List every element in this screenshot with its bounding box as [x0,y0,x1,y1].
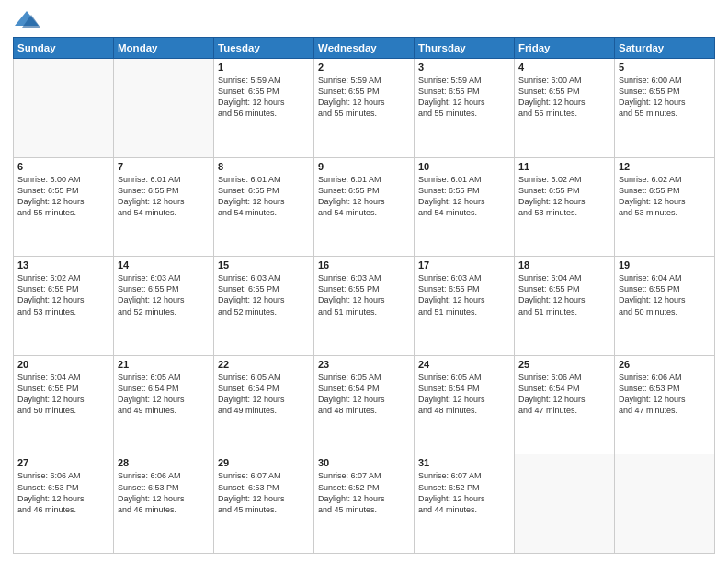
cell-detail: Sunrise: 5:59 AM Sunset: 6:55 PM Dayligh… [318,75,410,120]
calendar-cell: 20Sunrise: 6:04 AM Sunset: 6:55 PM Dayli… [14,355,114,454]
weekday-saturday: Saturday [615,38,715,59]
calendar-cell: 14Sunrise: 6:03 AM Sunset: 6:55 PM Dayli… [114,257,214,356]
cell-detail: Sunrise: 6:06 AM Sunset: 6:53 PM Dayligh… [619,372,711,417]
calendar-cell: 16Sunrise: 6:03 AM Sunset: 6:55 PM Dayli… [314,257,415,356]
calendar-cell: 10Sunrise: 6:01 AM Sunset: 6:55 PM Dayli… [415,157,515,257]
weekday-sunday: Sunday [14,38,114,59]
calendar-cell: 15Sunrise: 6:03 AM Sunset: 6:55 PM Dayli… [214,257,314,356]
cell-detail: Sunrise: 6:03 AM Sunset: 6:55 PM Dayligh… [318,272,410,317]
day-number: 14 [118,259,210,270]
calendar-cell: 26Sunrise: 6:06 AM Sunset: 6:53 PM Dayli… [615,355,715,454]
cell-detail: Sunrise: 5:59 AM Sunset: 6:55 PM Dayligh… [218,75,310,120]
day-number: 6 [17,161,109,172]
header [13,9,715,31]
day-number: 19 [619,259,711,270]
calendar-cell: 23Sunrise: 6:05 AM Sunset: 6:54 PM Dayli… [314,355,415,454]
weekday-monday: Monday [114,38,214,59]
day-number: 18 [518,259,610,270]
calendar-cell: 4Sunrise: 6:00 AM Sunset: 6:55 PM Daylig… [515,59,615,158]
day-number: 16 [318,259,410,270]
calendar-cell: 12Sunrise: 6:02 AM Sunset: 6:55 PM Dayli… [615,157,715,257]
week-row-5: 27Sunrise: 6:06 AM Sunset: 6:53 PM Dayli… [14,454,715,554]
weekday-thursday: Thursday [415,38,515,59]
day-number: 30 [318,457,410,468]
cell-detail: Sunrise: 6:01 AM Sunset: 6:55 PM Dayligh… [118,174,210,219]
calendar-cell: 1Sunrise: 5:59 AM Sunset: 6:55 PM Daylig… [214,59,314,158]
weekday-friday: Friday [515,38,615,59]
logo [13,9,44,31]
day-number: 8 [218,161,310,172]
calendar-cell: 24Sunrise: 6:05 AM Sunset: 6:54 PM Dayli… [415,355,515,454]
day-number: 24 [418,359,510,370]
cell-detail: Sunrise: 5:59 AM Sunset: 6:55 PM Dayligh… [418,75,510,120]
calendar-cell: 6Sunrise: 6:00 AM Sunset: 6:55 PM Daylig… [14,157,114,257]
day-number: 23 [318,359,410,370]
calendar-cell: 11Sunrise: 6:02 AM Sunset: 6:55 PM Dayli… [515,157,615,257]
weekday-wednesday: Wednesday [314,38,415,59]
logo-icon [13,9,40,31]
day-number: 26 [619,359,711,370]
cell-detail: Sunrise: 6:05 AM Sunset: 6:54 PM Dayligh… [318,372,410,417]
cell-detail: Sunrise: 6:01 AM Sunset: 6:55 PM Dayligh… [318,174,410,219]
day-number: 17 [418,259,510,270]
cell-detail: Sunrise: 6:04 AM Sunset: 6:55 PM Dayligh… [17,372,109,417]
calendar-cell: 13Sunrise: 6:02 AM Sunset: 6:55 PM Dayli… [14,257,114,356]
calendar-header: SundayMondayTuesdayWednesdayThursdayFrid… [14,38,715,59]
cell-detail: Sunrise: 6:03 AM Sunset: 6:55 PM Dayligh… [218,272,310,317]
weekday-header-row: SundayMondayTuesdayWednesdayThursdayFrid… [14,38,715,59]
cell-detail: Sunrise: 6:03 AM Sunset: 6:55 PM Dayligh… [418,272,510,317]
page: SundayMondayTuesdayWednesdayThursdayFrid… [0,0,728,563]
day-number: 4 [518,62,610,73]
day-number: 20 [17,359,109,370]
calendar-cell: 2Sunrise: 5:59 AM Sunset: 6:55 PM Daylig… [314,59,415,158]
week-row-1: 1Sunrise: 5:59 AM Sunset: 6:55 PM Daylig… [14,59,715,158]
calendar-cell: 3Sunrise: 5:59 AM Sunset: 6:55 PM Daylig… [415,59,515,158]
cell-detail: Sunrise: 6:06 AM Sunset: 6:53 PM Dayligh… [118,470,210,515]
calendar-cell [114,59,214,158]
day-number: 29 [218,457,310,468]
calendar-cell [515,454,615,554]
calendar-body: 1Sunrise: 5:59 AM Sunset: 6:55 PM Daylig… [14,59,715,554]
week-row-3: 13Sunrise: 6:02 AM Sunset: 6:55 PM Dayli… [14,257,715,356]
calendar-cell: 21Sunrise: 6:05 AM Sunset: 6:54 PM Dayli… [114,355,214,454]
calendar-cell [14,59,114,158]
cell-detail: Sunrise: 6:00 AM Sunset: 6:55 PM Dayligh… [518,75,610,120]
cell-detail: Sunrise: 6:00 AM Sunset: 6:55 PM Dayligh… [619,75,711,120]
day-number: 9 [318,161,410,172]
calendar-cell: 29Sunrise: 6:07 AM Sunset: 6:53 PM Dayli… [214,454,314,554]
week-row-2: 6Sunrise: 6:00 AM Sunset: 6:55 PM Daylig… [14,157,715,257]
day-number: 27 [17,457,109,468]
calendar-cell: 8Sunrise: 6:01 AM Sunset: 6:55 PM Daylig… [214,157,314,257]
calendar-cell: 17Sunrise: 6:03 AM Sunset: 6:55 PM Dayli… [415,257,515,356]
cell-detail: Sunrise: 6:02 AM Sunset: 6:55 PM Dayligh… [17,272,109,317]
calendar-cell [615,454,715,554]
calendar-cell: 22Sunrise: 6:05 AM Sunset: 6:54 PM Dayli… [214,355,314,454]
calendar-cell: 7Sunrise: 6:01 AM Sunset: 6:55 PM Daylig… [114,157,214,257]
cell-detail: Sunrise: 6:02 AM Sunset: 6:55 PM Dayligh… [518,174,610,219]
calendar-cell: 27Sunrise: 6:06 AM Sunset: 6:53 PM Dayli… [14,454,114,554]
cell-detail: Sunrise: 6:07 AM Sunset: 6:53 PM Dayligh… [218,470,310,515]
cell-detail: Sunrise: 6:01 AM Sunset: 6:55 PM Dayligh… [218,174,310,219]
day-number: 21 [118,359,210,370]
calendar-cell: 30Sunrise: 6:07 AM Sunset: 6:52 PM Dayli… [314,454,415,554]
day-number: 15 [218,259,310,270]
calendar-cell: 19Sunrise: 6:04 AM Sunset: 6:55 PM Dayli… [615,257,715,356]
day-number: 31 [418,457,510,468]
day-number: 1 [218,62,310,73]
day-number: 11 [518,161,610,172]
day-number: 10 [418,161,510,172]
day-number: 28 [118,457,210,468]
day-number: 13 [17,259,109,270]
cell-detail: Sunrise: 6:02 AM Sunset: 6:55 PM Dayligh… [619,174,711,219]
cell-detail: Sunrise: 6:00 AM Sunset: 6:55 PM Dayligh… [17,174,109,219]
calendar-cell: 28Sunrise: 6:06 AM Sunset: 6:53 PM Dayli… [114,454,214,554]
day-number: 7 [118,161,210,172]
cell-detail: Sunrise: 6:07 AM Sunset: 6:52 PM Dayligh… [418,470,510,515]
calendar-cell: 9Sunrise: 6:01 AM Sunset: 6:55 PM Daylig… [314,157,415,257]
calendar-cell: 18Sunrise: 6:04 AM Sunset: 6:55 PM Dayli… [515,257,615,356]
cell-detail: Sunrise: 6:07 AM Sunset: 6:52 PM Dayligh… [318,470,410,515]
cell-detail: Sunrise: 6:05 AM Sunset: 6:54 PM Dayligh… [218,372,310,417]
day-number: 12 [619,161,711,172]
calendar-cell: 25Sunrise: 6:06 AM Sunset: 6:54 PM Dayli… [515,355,615,454]
cell-detail: Sunrise: 6:01 AM Sunset: 6:55 PM Dayligh… [418,174,510,219]
